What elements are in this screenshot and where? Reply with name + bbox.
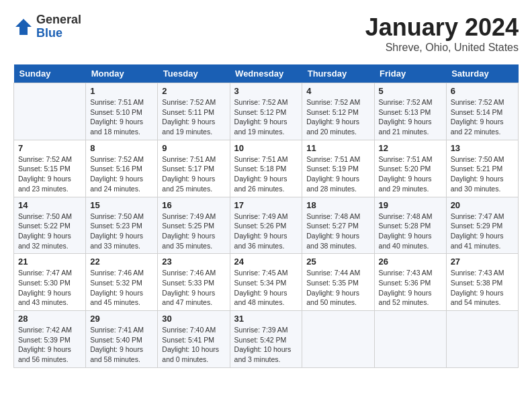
- day-info: Sunrise: 7:39 AMSunset: 5:42 PMDaylight:…: [234, 325, 298, 365]
- day-info: Sunrise: 7:51 AMSunset: 5:19 PMDaylight:…: [306, 154, 369, 194]
- calendar-cell: 27Sunrise: 7:43 AMSunset: 5:38 PMDayligh…: [446, 254, 518, 311]
- day-info: Sunrise: 7:50 AMSunset: 5:21 PMDaylight:…: [451, 154, 514, 194]
- calendar-cell: 8Sunrise: 7:52 AMSunset: 5:16 PMDaylight…: [86, 140, 158, 197]
- day-number: 30: [162, 314, 225, 324]
- day-number: 24: [234, 257, 298, 267]
- day-info: Sunrise: 7:46 AMSunset: 5:32 PMDaylight:…: [90, 268, 153, 308]
- calendar-cell: 25Sunrise: 7:44 AMSunset: 5:35 PMDayligh…: [302, 254, 374, 311]
- day-number: 5: [379, 86, 442, 96]
- calendar-cell: 30Sunrise: 7:40 AMSunset: 5:41 PMDayligh…: [158, 311, 230, 368]
- day-number: 15: [90, 200, 153, 210]
- calendar-cell: 12Sunrise: 7:51 AMSunset: 5:20 PMDayligh…: [374, 140, 446, 197]
- day-info: Sunrise: 7:52 AMSunset: 5:13 PMDaylight:…: [379, 97, 442, 137]
- day-number: 12: [379, 143, 442, 153]
- calendar-cell: 20Sunrise: 7:47 AMSunset: 5:29 PMDayligh…: [446, 197, 518, 254]
- weekday-header-saturday: Saturday: [446, 64, 518, 83]
- weekday-header-friday: Friday: [374, 64, 446, 83]
- day-info: Sunrise: 7:52 AMSunset: 5:14 PMDaylight:…: [451, 97, 514, 137]
- day-number: 7: [18, 143, 81, 153]
- day-number: 1: [90, 86, 153, 96]
- day-number: 14: [18, 200, 81, 210]
- day-info: Sunrise: 7:50 AMSunset: 5:23 PMDaylight:…: [90, 212, 153, 251]
- calendar-cell: 1Sunrise: 7:51 AMSunset: 5:10 PMDaylight…: [86, 83, 158, 140]
- calendar-cell: 9Sunrise: 7:51 AMSunset: 5:17 PMDaylight…: [158, 140, 230, 197]
- calendar-cell: [302, 311, 374, 368]
- calendar-cell: 11Sunrise: 7:51 AMSunset: 5:19 PMDayligh…: [302, 140, 374, 197]
- day-info: Sunrise: 7:44 AMSunset: 5:35 PMDaylight:…: [306, 268, 369, 308]
- calendar-cell: 4Sunrise: 7:52 AMSunset: 5:12 PMDaylight…: [302, 83, 374, 140]
- calendar-table: SundayMondayTuesdayWednesdayThursdayFrid…: [13, 64, 519, 368]
- calendar-cell: 19Sunrise: 7:48 AMSunset: 5:28 PMDayligh…: [374, 197, 446, 254]
- calendar-cell: 7Sunrise: 7:52 AMSunset: 5:15 PMDaylight…: [14, 140, 86, 197]
- calendar-cell: 13Sunrise: 7:50 AMSunset: 5:21 PMDayligh…: [446, 140, 518, 197]
- month-title: January 2024: [365, 13, 519, 42]
- svg-marker-0: [15, 19, 32, 35]
- day-info: Sunrise: 7:45 AMSunset: 5:34 PMDaylight:…: [234, 268, 298, 308]
- calendar-cell: 23Sunrise: 7:46 AMSunset: 5:33 PMDayligh…: [158, 254, 230, 311]
- calendar-cell: 10Sunrise: 7:51 AMSunset: 5:18 PMDayligh…: [230, 140, 302, 197]
- day-info: Sunrise: 7:48 AMSunset: 5:28 PMDaylight:…: [379, 212, 442, 251]
- logo-general-text: General: [36, 13, 81, 27]
- day-number: 20: [451, 200, 514, 210]
- calendar-cell: 26Sunrise: 7:43 AMSunset: 5:36 PMDayligh…: [374, 254, 446, 311]
- day-number: 3: [234, 86, 298, 96]
- day-info: Sunrise: 7:49 AMSunset: 5:26 PMDaylight:…: [234, 212, 298, 251]
- calendar-cell: 21Sunrise: 7:47 AMSunset: 5:30 PMDayligh…: [14, 254, 86, 311]
- calendar-cell: 6Sunrise: 7:52 AMSunset: 5:14 PMDaylight…: [446, 83, 518, 140]
- day-info: Sunrise: 7:52 AMSunset: 5:12 PMDaylight:…: [234, 97, 298, 137]
- weekday-header-thursday: Thursday: [302, 64, 374, 83]
- day-info: Sunrise: 7:50 AMSunset: 5:22 PMDaylight:…: [18, 212, 81, 251]
- day-info: Sunrise: 7:51 AMSunset: 5:20 PMDaylight:…: [379, 154, 442, 194]
- calendar-cell: 24Sunrise: 7:45 AMSunset: 5:34 PMDayligh…: [230, 254, 302, 311]
- calendar-cell: 14Sunrise: 7:50 AMSunset: 5:22 PMDayligh…: [14, 197, 86, 254]
- weekday-header-sunday: Sunday: [14, 64, 86, 83]
- location-text: Shreve, Ohio, United States: [365, 42, 519, 54]
- day-number: 28: [18, 314, 81, 324]
- day-info: Sunrise: 7:43 AMSunset: 5:38 PMDaylight:…: [451, 268, 514, 308]
- day-number: 29: [90, 314, 153, 324]
- day-number: 23: [162, 257, 225, 267]
- calendar-cell: 17Sunrise: 7:49 AMSunset: 5:26 PMDayligh…: [230, 197, 302, 254]
- calendar-cell: 28Sunrise: 7:42 AMSunset: 5:39 PMDayligh…: [14, 311, 86, 368]
- day-info: Sunrise: 7:52 AMSunset: 5:16 PMDaylight:…: [90, 154, 153, 194]
- weekday-header-tuesday: Tuesday: [158, 64, 230, 83]
- calendar-week-row: 1Sunrise: 7:51 AMSunset: 5:10 PMDaylight…: [14, 83, 519, 140]
- page-header: General Blue January 2024 Shreve, Ohio, …: [13, 13, 519, 54]
- day-number: 18: [306, 200, 369, 210]
- calendar-cell: [446, 311, 518, 368]
- day-number: 6: [451, 86, 514, 96]
- calendar-week-row: 14Sunrise: 7:50 AMSunset: 5:22 PMDayligh…: [14, 197, 519, 254]
- calendar-cell: 2Sunrise: 7:52 AMSunset: 5:11 PMDaylight…: [158, 83, 230, 140]
- day-number: 26: [379, 257, 442, 267]
- logo-blue-text: Blue: [36, 27, 81, 40]
- day-number: 4: [306, 86, 369, 96]
- day-number: 19: [379, 200, 442, 210]
- day-number: 10: [234, 143, 298, 153]
- day-info: Sunrise: 7:43 AMSunset: 5:36 PMDaylight:…: [379, 268, 442, 308]
- day-info: Sunrise: 7:40 AMSunset: 5:41 PMDaylight:…: [162, 325, 225, 365]
- calendar-cell: 15Sunrise: 7:50 AMSunset: 5:23 PMDayligh…: [86, 197, 158, 254]
- calendar-cell: [14, 83, 86, 140]
- day-number: 27: [451, 257, 514, 267]
- logo-icon: [13, 17, 34, 37]
- day-number: 13: [451, 143, 514, 153]
- calendar-cell: 3Sunrise: 7:52 AMSunset: 5:12 PMDaylight…: [230, 83, 302, 140]
- day-number: 25: [306, 257, 369, 267]
- day-number: 22: [90, 257, 153, 267]
- weekday-header-monday: Monday: [86, 64, 158, 83]
- calendar-week-row: 21Sunrise: 7:47 AMSunset: 5:30 PMDayligh…: [14, 254, 519, 311]
- day-info: Sunrise: 7:51 AMSunset: 5:18 PMDaylight:…: [234, 154, 298, 194]
- day-info: Sunrise: 7:47 AMSunset: 5:29 PMDaylight:…: [451, 212, 514, 251]
- day-info: Sunrise: 7:48 AMSunset: 5:27 PMDaylight:…: [306, 212, 369, 251]
- day-info: Sunrise: 7:51 AMSunset: 5:10 PMDaylight:…: [90, 97, 153, 137]
- day-number: 31: [234, 314, 298, 324]
- day-number: 21: [18, 257, 81, 267]
- logo: General Blue: [13, 13, 81, 40]
- day-info: Sunrise: 7:41 AMSunset: 5:40 PMDaylight:…: [90, 325, 153, 365]
- day-info: Sunrise: 7:51 AMSunset: 5:17 PMDaylight:…: [162, 154, 225, 194]
- day-info: Sunrise: 7:49 AMSunset: 5:25 PMDaylight:…: [162, 212, 225, 251]
- day-info: Sunrise: 7:47 AMSunset: 5:30 PMDaylight:…: [18, 268, 81, 308]
- calendar-cell: 18Sunrise: 7:48 AMSunset: 5:27 PMDayligh…: [302, 197, 374, 254]
- title-block: January 2024 Shreve, Ohio, United States: [365, 13, 519, 54]
- calendar-cell: 29Sunrise: 7:41 AMSunset: 5:40 PMDayligh…: [86, 311, 158, 368]
